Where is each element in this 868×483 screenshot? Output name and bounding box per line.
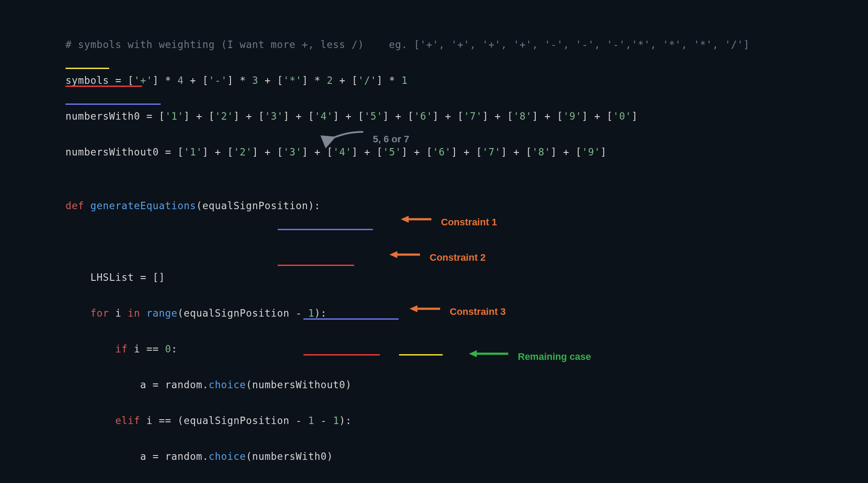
fn-arg: equalSignPosition: [202, 200, 308, 211]
underline-numberswithout0-decl: [65, 104, 161, 105]
arg-numberswithout0-1: numbersWithout0: [252, 379, 345, 390]
var-symbols: symbols: [65, 75, 109, 86]
var-numberswithout0: numbersWithout0: [65, 146, 159, 158]
underline-numberswithout0-c3: [303, 318, 399, 320]
arrow-left-icon: [401, 215, 431, 224]
annotation-constraint-1: Constraint 1: [441, 213, 497, 231]
var-numberswith0: numbersWith0: [65, 110, 140, 122]
arrow-left-icon: [389, 250, 420, 259]
arg-numberswith0-1: numbersWith0: [252, 451, 327, 462]
underline-symbols: [65, 68, 109, 69]
underline-symbols-rem: [399, 354, 443, 355]
annotation-constraint-2: Constraint 2: [430, 248, 486, 266]
underline-numberswith0-decl: [65, 86, 142, 87]
arrow-left-icon: [469, 349, 508, 358]
underline-numberswith0-rem: [303, 354, 380, 355]
code-text: = [: [109, 75, 134, 86]
underline-numberswithout0-c1: [278, 229, 373, 230]
annotation-param-hint: 5, 6 or 7: [373, 130, 409, 148]
annotation-remaining-case: Remaining case: [518, 348, 591, 366]
annotation-constraint-3: Constraint 3: [450, 303, 506, 321]
fn-name: generateEquations: [90, 200, 196, 211]
code-comment: # symbols with weighting (I want more +,…: [65, 39, 750, 50]
code-block: # symbols with weighting (I want more +,…: [65, 36, 750, 483]
code-annotation-figure: # symbols with weighting (I want more +,…: [0, 0, 868, 483]
str: '+': [134, 75, 153, 86]
kw-def: def: [65, 200, 84, 211]
underline-numberswith0-c2: [278, 265, 354, 266]
curved-arrow-icon: [328, 130, 368, 144]
arrow-left-icon: [410, 304, 440, 313]
